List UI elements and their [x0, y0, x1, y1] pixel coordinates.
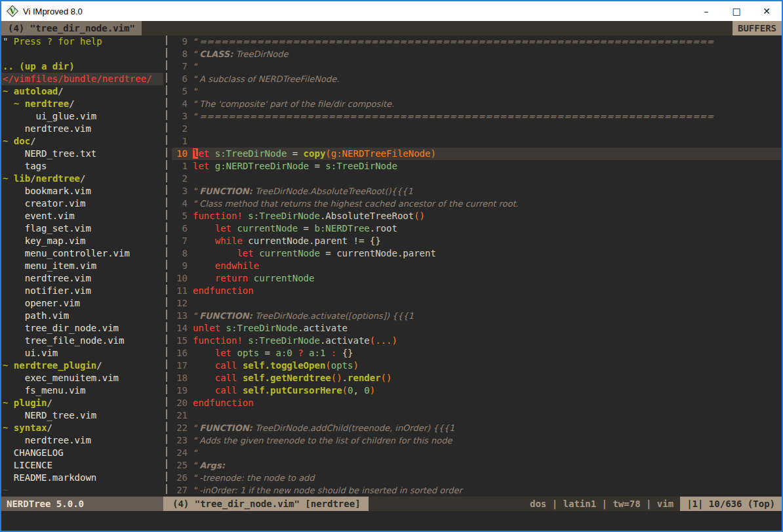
- code-line[interactable]: 18 call self.getNerdtree().render(): [172, 372, 782, 384]
- nerdtree-entry[interactable]: bookmark.vim: [1, 185, 163, 197]
- code-line[interactable]: 1let g:NERDTreeDirNode = s:TreeDirNode: [172, 160, 782, 173]
- maximize-button[interactable]: □: [721, 1, 752, 21]
- line-number: 13: [172, 310, 188, 322]
- nerdtree-entry[interactable]: ~ plugin/: [1, 397, 163, 409]
- text-segment: creator.vim: [3, 198, 85, 209]
- text-segment: endfunction: [193, 285, 254, 296]
- text-segment: currentNode.parent != {}: [243, 235, 381, 246]
- nerdtree-entry[interactable]: CHANGELOG: [1, 447, 163, 459]
- text-segment: " ======================================…: [193, 37, 713, 47]
- text-segment: menu_item.vim: [3, 260, 96, 271]
- nerdtree-entry[interactable]: ~ lib/nerdtree/: [1, 173, 163, 185]
- code-line[interactable]: 3" =====================================…: [172, 110, 782, 123]
- nerdtree-entry[interactable]: ui_glue.vim: [1, 110, 163, 123]
- code-line[interactable]: 6" A subclass of NERDTreeFileNode.: [172, 73, 782, 85]
- code-line[interactable]: 11endfunction: [172, 285, 782, 297]
- code-line[interactable]: 15function! s:TreeDirNode.activate(...): [172, 335, 782, 347]
- nerdtree-entry[interactable]: event.vim: [1, 210, 163, 222]
- window-vertical-separator[interactable]: [163, 35, 172, 497]
- nerdtree-entry[interactable]: nerdtree.vim: [1, 123, 163, 135]
- code-line[interactable]: 2: [172, 123, 782, 135]
- nerdtree-entry[interactable]: ui.vim: [1, 347, 163, 359]
- nerdtree-entry[interactable]: README.markdown: [1, 472, 163, 484]
- line-number: 5: [172, 210, 188, 222]
- nerdtree-entry[interactable]: NERD_tree.txt: [1, 148, 163, 160]
- code-line[interactable]: 8 let currentNode = currentNode.parent: [172, 247, 782, 260]
- nerdtree-entry[interactable]: nerdtree.vim: [1, 434, 163, 447]
- code-line[interactable]: 8" CLASS: TreeDirNode: [172, 48, 782, 60]
- code-line[interactable]: 5": [172, 85, 782, 98]
- code-line[interactable]: 4" Class method that returns the highest…: [172, 197, 782, 210]
- statusline-file-segment: (4) "tree_dir_node.vim" [nerdtree]: [163, 497, 369, 511]
- command-line[interactable]: [1, 511, 782, 531]
- code-line[interactable]: 9" =====================================…: [172, 35, 782, 48]
- nerdtree-entry[interactable]: ~ nerdtree_plugin/: [1, 359, 163, 372]
- text-segment: key_map.vim: [3, 235, 85, 246]
- nerdtree-entry[interactable]: .. (up a dir): [1, 60, 163, 73]
- text-segment: call: [215, 373, 237, 383]
- code-line[interactable]: 25" Args:: [172, 459, 782, 472]
- code-line[interactable]: 3" FUNCTION: TreeDirNode.AbsoluteTreeRoo…: [172, 185, 782, 197]
- code-line[interactable]: 26" -treenode: the node to add: [172, 472, 782, 484]
- code-line[interactable]: 7 while currentNode.parent != {}: [172, 235, 782, 247]
- nerdtree-entry[interactable]: ~ syntax/: [1, 422, 163, 434]
- nerdtree-entry[interactable]: NERD_tree.vim: [1, 409, 163, 422]
- code-line[interactable]: 13" FUNCTION: TreeDirNode.activate([opti…: [172, 310, 782, 322]
- nerdtree-entry[interactable]: nerdtree.vim: [1, 272, 163, 285]
- code-line[interactable]: 10let s:TreeDirNode = copy(g:NERDTreeFil…: [172, 148, 782, 160]
- tab-active[interactable]: (4) "tree_dir_node.vim": [1, 21, 142, 35]
- nerdtree-entry[interactable]: fs_menu.vim: [1, 384, 163, 397]
- nerdtree-entry[interactable]: path.vim: [1, 310, 163, 322]
- nerdtree-entry[interactable]: tree_file_node.vim: [1, 335, 163, 347]
- code-line[interactable]: 16 let opts = a:0 ? a:1 : {}: [172, 347, 782, 359]
- code-line[interactable]: 23" Adds the given treenode to the list …: [172, 434, 782, 447]
- nerdtree-entry[interactable]: ~ doc/: [1, 135, 163, 148]
- code-line[interactable]: 6 let currentNode = b:NERDTree.root: [172, 222, 782, 235]
- nerdtree-entry[interactable]: [1, 48, 163, 60]
- nerdtree-entry[interactable]: ~: [1, 484, 163, 497]
- code-line[interactable]: 10 return currentNode: [172, 272, 782, 285]
- code-line[interactable]: 14unlet s:TreeDirNode.activate: [172, 322, 782, 335]
- code-line[interactable]: 19 call self.putCursorHere(0, 0): [172, 384, 782, 397]
- nerdtree-entry[interactable]: " Press ? for help: [1, 35, 163, 48]
- nerdtree-entry[interactable]: </vimfiles/bundle/nerdtree/: [1, 73, 163, 85]
- text-segment: ": [193, 448, 197, 458]
- code-line[interactable]: 2: [172, 173, 782, 185]
- nerdtree-entry[interactable]: menu_item.vim: [1, 260, 163, 272]
- code-line[interactable]: 1: [172, 135, 782, 148]
- code-line[interactable]: 7": [172, 60, 782, 73]
- nerdtree-entry[interactable]: tags: [1, 160, 163, 173]
- code-line[interactable]: 17 call self.toggleOpen(opts): [172, 359, 782, 372]
- code-line[interactable]: 12: [172, 297, 782, 310]
- text-segment: = currentNode.parent: [320, 248, 436, 258]
- nerdtree-entry[interactable]: LICENCE: [1, 459, 163, 472]
- code-line[interactable]: 24": [172, 447, 782, 459]
- code-line[interactable]: 9 endwhile: [172, 260, 782, 272]
- code-line[interactable]: 27" -inOrder: 1 if the new node should b…: [172, 484, 782, 497]
- code-line[interactable]: 20endfunction: [172, 397, 782, 409]
- code-line[interactable]: 22" FUNCTION: TreeDirNode.addChild(treen…: [172, 422, 782, 434]
- text-segment: FUNCTION:: [199, 423, 252, 433]
- nerdtree-entry[interactable]: creator.vim: [1, 197, 163, 210]
- close-button[interactable]: ✕: [752, 1, 782, 21]
- nerdtree-entry[interactable]: menu_controller.vim: [1, 247, 163, 260]
- line-number: 1: [172, 160, 188, 173]
- text-segment: tree_dir_node.vim: [3, 323, 119, 333]
- code-line[interactable]: 5function! s:TreeDirNode.AbsoluteTreeRoo…: [172, 210, 782, 222]
- minimize-button[interactable]: –: [691, 1, 721, 21]
- nerdtree-entry[interactable]: flag_set.vim: [1, 222, 163, 235]
- nerdtree-entry[interactable]: tree_dir_node.vim: [1, 322, 163, 335]
- nerdtree-entry[interactable]: ~ nerdtree/: [1, 98, 163, 110]
- code-line[interactable]: 4" The 'composite' part of the file/dir …: [172, 98, 782, 110]
- nerdtree-entry[interactable]: notifier.vim: [1, 285, 163, 297]
- line-number: 26: [172, 472, 188, 484]
- nerdtree-entry[interactable]: opener.vim: [1, 297, 163, 310]
- nerdtree-entry[interactable]: exec_menuitem.vim: [1, 372, 163, 384]
- text-segment: endfunction: [193, 398, 254, 408]
- nerdtree-entry[interactable]: key_map.vim: [1, 235, 163, 247]
- text-segment: {}: [336, 348, 353, 358]
- nerdtree-entry[interactable]: ~ autoload/: [1, 85, 163, 98]
- text-segment: function!: [193, 211, 243, 221]
- code-line[interactable]: 21: [172, 409, 782, 422]
- text-segment: nerdtree.vim: [3, 123, 91, 134]
